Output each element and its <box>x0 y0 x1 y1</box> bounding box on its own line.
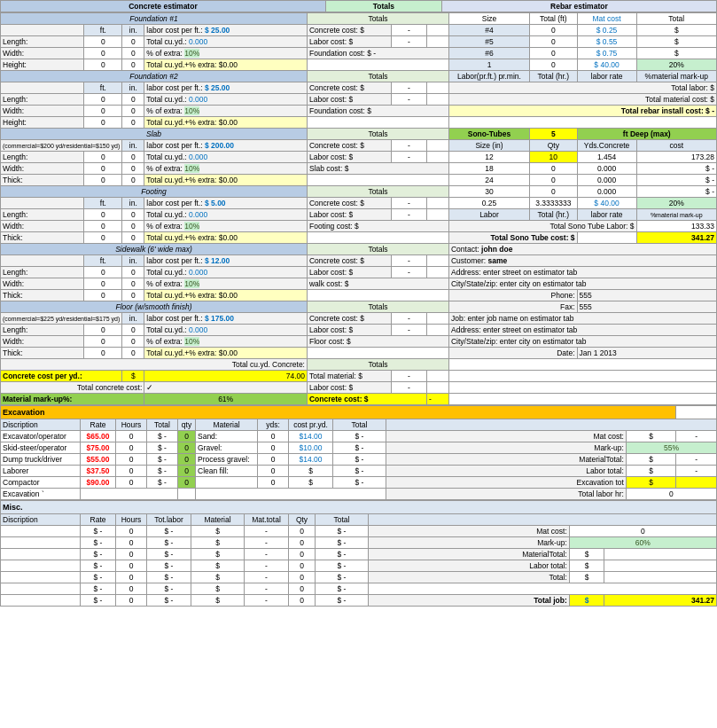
rebar-5-total-ft: 0 <box>530 36 578 48</box>
floor-in: in. <box>122 313 144 325</box>
thick-in-floor[interactable]: 0 <box>122 348 144 359</box>
floor-labor-cost: Labor cost: $ <box>307 325 391 336</box>
misc-r2-rate: $ - <box>81 537 116 549</box>
sono-qty-18[interactable]: 0 <box>530 163 578 175</box>
misc-labortotal-val <box>604 560 717 572</box>
width-ft-sidewalk[interactable]: 0 <box>84 278 122 290</box>
length-in-footing[interactable]: 0 <box>122 209 144 221</box>
misc-r6-hours[interactable]: 0 <box>116 583 147 595</box>
rebar-1-mat-cost: $ 40.00 <box>577 59 636 71</box>
misc-r2-hours[interactable]: 0 <box>116 537 147 549</box>
length-in-f2[interactable]: 0 <box>122 94 144 106</box>
misc-markup-val: 60% <box>569 537 716 549</box>
misc-qty-header: Qty <box>289 514 316 526</box>
misc-hours-header: Hours <box>116 514 147 526</box>
exc-cost-per-yd-header: cost pr.yd. <box>289 419 333 431</box>
width-in-f2[interactable]: 0 <box>122 106 144 117</box>
thick-ft-floor[interactable]: 0 <box>84 348 122 359</box>
concrete-per-yd-val: 74.00 <box>144 371 308 382</box>
width-in-slab[interactable]: 0 <box>122 163 144 175</box>
length-ft-footing[interactable]: 0 <box>84 209 122 221</box>
f1-labor-cost-label: Labor cost: $ <box>307 36 391 48</box>
misc-r3-material: $ <box>191 549 245 560</box>
mat-blank-yds[interactable]: 0 <box>258 477 289 489</box>
width-in-footing[interactable]: 0 <box>122 221 144 232</box>
thick-in-footing[interactable]: 0 <box>122 232 144 244</box>
thick-ft-sidewalk[interactable]: 0 <box>84 290 122 301</box>
height-ft-f2[interactable]: 0 <box>84 117 122 129</box>
thick-in-slab[interactable]: 0 <box>122 175 144 186</box>
width-ft-f1[interactable]: 0 <box>84 48 122 59</box>
length-in-f1[interactable]: 0 <box>122 36 144 48</box>
exc-row3-hours[interactable]: 0 <box>116 454 147 466</box>
exc-hours-header: Hours <box>116 419 147 431</box>
width-in-floor[interactable]: 0 <box>122 336 144 348</box>
exc-row2-hours[interactable]: 0 <box>116 442 147 454</box>
length-ft-f2[interactable]: 0 <box>84 94 122 106</box>
width-in-sidewalk[interactable]: 0 <box>122 278 144 290</box>
misc-r4-hours[interactable]: 0 <box>116 560 147 572</box>
width-label-floor: Width: <box>1 336 84 348</box>
sono-labor-label: Labor <box>448 209 529 221</box>
exc-row5-hours[interactable]: 0 <box>116 477 147 489</box>
sono-qty-12[interactable]: 10 <box>530 152 578 163</box>
f2-labor-cost: Labor cost: $ <box>307 94 391 106</box>
misc-r2-mattotal: - <box>245 537 289 549</box>
f2-totals-header: Totals <box>307 71 448 82</box>
height-in-f2[interactable]: 0 <box>122 117 144 129</box>
rebar-6-total-ft: 0 <box>530 48 578 59</box>
exc-material-header: Material <box>196 419 258 431</box>
misc-r1-hours[interactable]: 0 <box>116 526 147 537</box>
length-in-slab[interactable]: 0 <box>122 152 144 163</box>
width-ft-floor[interactable]: 0 <box>84 336 122 348</box>
mat-sand-cost: $14.00 <box>289 431 333 442</box>
width-in-f1[interactable]: 0 <box>122 48 144 59</box>
misc-r7-hours[interactable]: 0 <box>116 595 147 607</box>
height-in-f1[interactable]: 0 <box>122 59 144 71</box>
length-in-floor[interactable]: 0 <box>122 325 144 336</box>
exc-matcost-dollar: $ <box>626 431 676 442</box>
height-ft-f1[interactable]: 0 <box>84 59 122 71</box>
grand-totals-header: Totals <box>307 359 448 371</box>
sono-markup-label: %material mark-up <box>636 209 716 221</box>
slab-spacer <box>307 175 448 186</box>
misc-r3-disc <box>1 549 81 560</box>
length-ft-slab[interactable]: 0 <box>84 152 122 163</box>
length-ft-floor[interactable]: 0 <box>84 325 122 336</box>
length-ft-f1[interactable]: 0 <box>84 36 122 48</box>
thick-ft-footing[interactable]: 0 <box>84 232 122 244</box>
length-in-sidewalk[interactable]: 0 <box>122 267 144 278</box>
sono-qty-24[interactable]: 0 <box>530 175 578 186</box>
exc-row1-hours[interactable]: 0 <box>116 431 147 442</box>
f2-in: in. <box>122 82 144 94</box>
rebar-5-mat-cost: $ 0.55 <box>577 36 636 48</box>
length-ft-sidewalk[interactable]: 0 <box>84 267 122 278</box>
misc-r1-total: $ - <box>316 526 369 537</box>
misc-r3-hours[interactable]: 0 <box>116 549 147 560</box>
width-ft-footing[interactable]: 0 <box>84 221 122 232</box>
f2-foundation-cost: Foundation cost: $ <box>307 106 448 117</box>
mat-gravel-yds[interactable]: 0 <box>258 442 289 454</box>
mat-sand-yds[interactable]: 0 <box>258 431 289 442</box>
misc-r1-material: $ <box>191 526 245 537</box>
misc-r5-qty: 0 <box>289 572 316 583</box>
misc-r5-hours[interactable]: 0 <box>116 572 147 583</box>
sono-cost-header: cost <box>636 140 716 152</box>
misc-r5-rate: $ - <box>81 572 116 583</box>
misc-mattotal-val <box>604 549 717 560</box>
exc-row4-hours[interactable]: 0 <box>116 466 147 477</box>
sidewalk-totals-header: Totals <box>307 244 448 255</box>
mat-process-yds[interactable]: 0 <box>258 454 289 466</box>
f1-spacer <box>307 59 448 71</box>
sono-qty-30[interactable]: 0 <box>530 186 578 198</box>
thick-ft-slab[interactable]: 0 <box>84 175 122 186</box>
thick-in-sidewalk[interactable]: 0 <box>122 290 144 301</box>
sono-yds-30: 0.000 <box>577 186 636 198</box>
width-ft-slab[interactable]: 0 <box>84 163 122 175</box>
misc-r2-material: $ <box>191 537 245 549</box>
length-label-footing: Length: <box>1 209 84 221</box>
slab-cost-label: Slab cost: $ <box>307 163 448 175</box>
misc-r1-rate: $ - <box>81 526 116 537</box>
mat-clean-yds[interactable]: 0 <box>258 466 289 477</box>
width-ft-f2[interactable]: 0 <box>84 106 122 117</box>
